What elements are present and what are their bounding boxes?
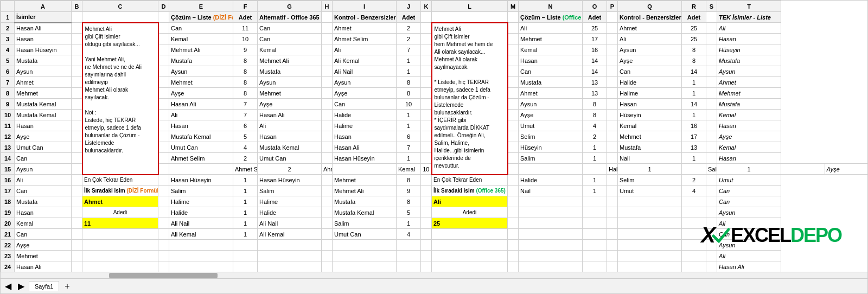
cell-o15: 1 [618,164,682,175]
cell-g5: Mehmet Ali [258,55,322,66]
cell-n7: Mustafa [519,77,583,88]
col-header-p[interactable]: P [607,1,618,12]
cell-m16 [508,175,519,186]
cell-a10: Mustafa Kemal [15,110,72,120]
cell-e5: Mustafa [169,55,233,66]
next-sheet-button[interactable]: ▶ [16,281,27,291]
cell-p19 [607,207,618,218]
col-header-s[interactable]: S [706,1,717,12]
horizontal-scrollbar[interactable] [1,272,867,278]
cell-p18 [607,196,618,207]
cell-t9: Mustafa [717,99,781,110]
cell-b21 [72,229,82,240]
cell-r6: 14 [682,66,706,77]
spreadsheet: A B C D E F G H I J K L M N O [0,0,868,294]
col-header-f[interactable]: F [233,1,258,12]
cell-s12 [706,131,717,142]
cell-s2 [706,23,717,34]
cell-h9 [322,99,333,110]
scrollbar-thumb[interactable] [109,273,218,278]
cell-o13: 1 [583,142,607,153]
cell-e4: Mehmet Ali [169,44,233,55]
cell-j13: 7 [397,142,421,153]
cell-m3 [508,34,519,44]
cell-n10: Ayşe [519,110,583,120]
sheet-tab-sayfa1[interactable]: Sayfa1 [29,281,59,291]
cell-c23 [82,251,158,261]
cell-g4: Kemal [258,44,322,55]
cell-t19: Aysun [717,207,781,218]
col-header-i[interactable]: I [333,1,397,12]
cell-e18: Halime [169,196,233,207]
cell-n8: Ahmet [519,88,583,99]
cell-h3 [322,34,333,44]
col-header-e[interactable]: E [169,1,233,12]
col-header-o[interactable]: O [583,1,607,12]
header-alternatif: Alternatif - Office 365 [258,12,322,23]
cell-h16 [322,175,333,186]
cell-o14: 1 [583,153,607,164]
cell-c21 [82,229,158,240]
cell-h21 [322,229,333,240]
cell-a12: Ayşe [15,131,72,142]
cell-t4: Hüseyin [717,44,781,55]
cell-c20-count: 11 [82,218,158,229]
col-header-c[interactable]: C [82,1,158,12]
col-header-j[interactable]: J [397,1,421,12]
col-header-q[interactable]: Q [618,1,682,12]
cell-o5: 14 [583,55,607,66]
col-header-r[interactable]: R [682,1,706,12]
header-cozum-n: Çözüm – Liste (Office 365) [519,12,583,23]
cell-s1 [706,12,717,23]
cell-l23 [432,251,508,261]
col-header-d[interactable]: D [158,1,169,12]
cell-t14: Hasan [717,153,781,164]
col-header-b[interactable]: B [72,1,82,12]
col-header-n[interactable]: N [519,1,583,12]
cell-g23 [258,251,322,261]
cell-f23 [233,251,258,261]
cell-j22 [397,240,421,251]
col-header-g[interactable]: G [258,1,322,12]
cell-g16: Hasan Hüseyin [258,175,322,186]
cell-o7: 13 [583,77,607,88]
cell-i23 [333,251,397,261]
cell-f16: 1 [233,175,258,186]
cell-r7: 1 [682,77,706,88]
col-header-l[interactable]: L [432,1,508,12]
cell-e17: Salim [169,186,233,196]
cell-a14: Can [15,153,72,164]
cell-p10 [607,110,618,120]
cell-s3 [706,34,717,44]
cell-t23: Ali [717,251,781,261]
cell-n21 [519,229,583,240]
row-num-header [1,1,15,12]
cell-l22 [432,240,508,251]
cell-m8 [508,88,519,99]
cell-s16 [706,175,717,186]
cell-a19: Hasan [15,207,72,218]
cell-g3: Can [258,34,322,44]
cell-o21 [583,229,607,240]
cell-c1 [82,12,158,23]
col-header-h[interactable]: H [322,1,333,12]
cell-j12: 6 [397,131,421,142]
cell-i7: Aysun [333,77,397,88]
col-header-t[interactable]: T [717,1,781,12]
cell-d16 [158,175,169,186]
cell-b22 [72,240,82,251]
add-sheet-button[interactable]: + [61,282,73,291]
cell-i16: Mehmet [333,175,397,186]
prev-sheet-button[interactable]: ◀ [3,281,14,291]
cell-m10 [508,110,519,120]
cell-h7 [322,77,333,88]
cell-k11 [421,120,432,131]
cell-k8 [421,88,432,99]
cell-k9 [421,99,432,110]
cell-g8: Mehmet [258,88,322,99]
cell-d22 [158,240,169,251]
col-header-m[interactable]: M [508,1,519,12]
col-header-a[interactable]: A [15,1,72,12]
cell-k18 [421,196,432,207]
col-header-k[interactable]: K [421,1,432,12]
